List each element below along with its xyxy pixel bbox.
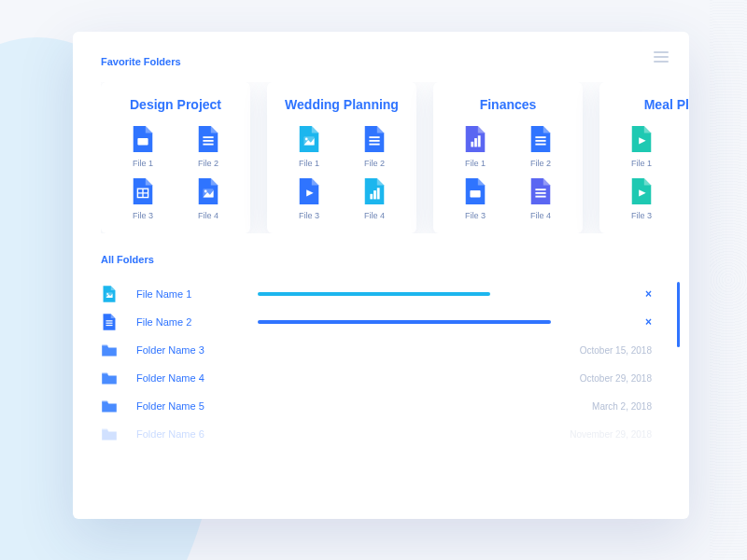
doc-video-icon [628,175,655,207]
doc-list-icon [528,123,554,155]
svg-rect-37 [106,325,112,326]
item-date: October 29, 2018 [530,373,652,384]
file-label: File 2 [364,159,385,168]
file-item[interactable]: File 4 [674,175,689,220]
folder-icon [101,341,118,359]
svg-point-8 [204,190,207,193]
file-item[interactable]: File 1 [110,123,176,168]
file-item[interactable]: File 4 [176,175,241,220]
svg-rect-36 [106,323,112,324]
list-item[interactable]: Folder Name 4October 29, 2018 [101,364,652,392]
folder-card-title: Wedding Planning [276,97,407,112]
list-item[interactable]: File Name 1× [101,280,652,308]
file-label: File 3 [133,211,153,220]
doc-video-icon [296,175,322,207]
svg-rect-17 [471,142,473,147]
file-label: File 4 [364,211,385,220]
file-item[interactable]: File 3 [443,175,508,220]
main-panel: Favorite Folders Design ProjectFile 1Fil… [73,32,689,519]
file-grid: File 1File 2File 3File 4 [609,123,689,220]
svg-rect-15 [374,190,376,199]
file-label: File 4 [530,211,551,220]
file-item[interactable]: File 1 [276,123,342,168]
svg-point-10 [305,138,308,141]
list-item[interactable]: File Name 2× [101,308,652,336]
file-label: File 1 [299,159,319,168]
folder-card-title: Meal Plan [609,97,689,112]
svg-rect-25 [535,192,545,194]
file-label: File 2 [530,159,551,168]
svg-rect-16 [377,188,380,199]
cancel-upload-button[interactable]: × [633,315,652,329]
folder-card[interactable]: Wedding PlanningFile 1File 2File 3File 4 [267,82,416,233]
folder-icon [101,369,118,387]
file-item[interactable]: File 3 [276,175,342,220]
doc-list-icon [361,123,388,155]
doc-table-icon [130,175,156,207]
svg-rect-0 [137,138,148,145]
folder-icon [101,425,118,443]
svg-rect-1 [203,136,213,138]
doc-chart-icon [361,175,388,207]
doc-image-icon [195,175,221,207]
folder-card[interactable]: Meal PlanFile 1File 2File 3File 4 [599,82,689,233]
svg-rect-11 [369,136,379,138]
folder-icon [101,397,118,415]
file-label: File 2 [198,159,218,168]
folder-card[interactable]: FinancesFile 1File 2File 3File 4 [433,82,583,233]
svg-rect-23 [470,190,480,197]
file-item[interactable]: File 4 [508,175,573,220]
file-item[interactable]: File 2 [176,123,241,168]
file-grid: File 1File 2File 3File 4 [110,123,241,220]
cancel-upload-button[interactable]: × [633,287,652,301]
background-noise [710,0,747,560]
svg-rect-20 [535,136,545,138]
list-item[interactable]: Folder Name 6November 29, 2018 [101,420,652,448]
doc-presentation-icon [462,175,488,207]
item-middle [258,292,633,296]
file-item[interactable]: File 4 [342,175,407,220]
file-item[interactable]: File 2 [342,123,407,168]
file-label: File 4 [198,211,218,220]
menu-button[interactable] [654,49,669,65]
item-name: Folder Name 4 [136,372,258,384]
file-item[interactable]: File 2 [674,123,689,168]
list-item[interactable]: Folder Name 5March 2, 2018 [101,392,652,420]
folder-card[interactable]: Design ProjectFile 1File 2File 3File 4 [101,82,250,233]
svg-point-34 [106,293,108,295]
file-label: File 1 [631,159,652,168]
file-item[interactable]: File 3 [110,175,176,220]
scrollbar-thumb[interactable] [677,282,680,347]
all-folders-section-title: All Folders [101,254,689,265]
file-label: File 3 [465,211,486,220]
svg-rect-2 [203,140,213,142]
file-item[interactable]: File 2 [508,123,573,168]
doc-chart-icon [462,123,488,155]
item-date: March 2, 2018 [530,401,652,412]
svg-rect-12 [369,140,379,142]
folder-card-title: Design Project [110,97,241,112]
doc-list-icon [528,175,554,207]
progress-bar [258,320,551,324]
favorites-section-title: Favorite Folders [101,56,689,67]
file-label: File 1 [465,159,486,168]
svg-rect-3 [203,144,213,146]
svg-rect-19 [478,135,481,147]
file-grid: File 1File 2File 3File 4 [276,123,407,220]
svg-rect-35 [106,320,112,321]
item-date: October 15, 2018 [530,345,652,356]
item-middle [258,320,633,324]
doc-image-icon [101,285,118,303]
item-name: Folder Name 3 [136,344,258,356]
item-name: Folder Name 6 [136,428,258,440]
svg-rect-26 [535,196,545,198]
doc-list-icon [101,313,118,331]
all-folders-list: File Name 1×File Name 2×Folder Name 3Oct… [101,280,689,448]
file-item[interactable]: File 1 [609,123,674,168]
svg-rect-22 [535,144,545,146]
file-grid: File 1File 2File 3File 4 [443,123,573,220]
file-item[interactable]: File 3 [609,175,674,220]
svg-rect-14 [370,194,373,200]
list-item[interactable]: Folder Name 3October 15, 2018 [101,336,652,364]
file-item[interactable]: File 1 [443,123,508,168]
